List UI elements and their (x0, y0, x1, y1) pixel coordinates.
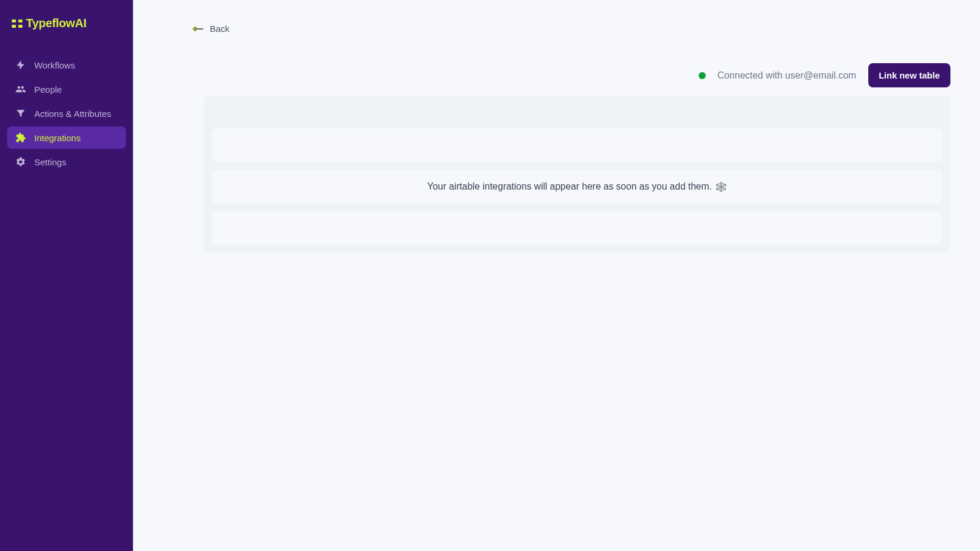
sidebar-item-actions-attributes[interactable]: Actions & Attributes (7, 102, 126, 125)
puzzle-icon (15, 132, 26, 143)
sidebar-item-label: People (34, 84, 62, 94)
filter-icon (15, 108, 26, 119)
people-icon (15, 84, 26, 94)
back-arrow-icon (192, 24, 204, 34)
content-area: Your airtable integrations will appear h… (204, 96, 950, 253)
svg-rect-1 (18, 19, 22, 22)
connection-status-text: Connected with user@email.com (718, 70, 856, 81)
sidebar-item-label: Integrations (34, 133, 80, 143)
svg-rect-2 (12, 25, 16, 28)
svg-rect-3 (18, 25, 22, 28)
logo-text: TypeflowAI (26, 17, 86, 30)
empty-state-message: Your airtable integrations will appear h… (427, 181, 727, 193)
empty-state-text: Your airtable integrations will appear h… (427, 181, 712, 192)
sidebar: TypeflowAI Workflows People Actions & At… (0, 0, 133, 551)
logo-icon (12, 18, 22, 29)
back-label: Back (210, 24, 229, 34)
sidebar-item-people[interactable]: People (7, 78, 126, 100)
sidebar-item-label: Workflows (34, 60, 75, 70)
card-header (204, 96, 950, 120)
sidebar-item-settings[interactable]: Settings (7, 151, 126, 173)
back-link[interactable]: Back (133, 24, 980, 34)
integrations-card: Your airtable integrations will appear h… (204, 96, 950, 253)
card-row-placeholder (212, 129, 942, 162)
link-new-table-button[interactable]: Link new table (868, 63, 950, 87)
empty-state-row: Your airtable integrations will appear h… (212, 170, 942, 203)
card-row-placeholder (212, 211, 942, 244)
spider-web-icon: 🕸️ (715, 181, 727, 193)
sidebar-item-integrations[interactable]: Integrations (7, 126, 126, 149)
nav-list: Workflows People Actions & Attributes In… (0, 54, 133, 173)
status-indicator-icon (699, 72, 706, 79)
toolbar: Connected with user@email.com Link new t… (133, 63, 980, 87)
bolt-icon (15, 60, 26, 70)
sidebar-item-workflows[interactable]: Workflows (7, 54, 126, 76)
sidebar-item-label: Actions & Attributes (34, 109, 111, 119)
gear-icon (15, 157, 26, 167)
sidebar-item-label: Settings (34, 157, 66, 167)
logo[interactable]: TypeflowAI (0, 0, 133, 54)
svg-rect-0 (12, 19, 16, 22)
main-content: Back Connected with user@email.com Link … (133, 0, 980, 551)
